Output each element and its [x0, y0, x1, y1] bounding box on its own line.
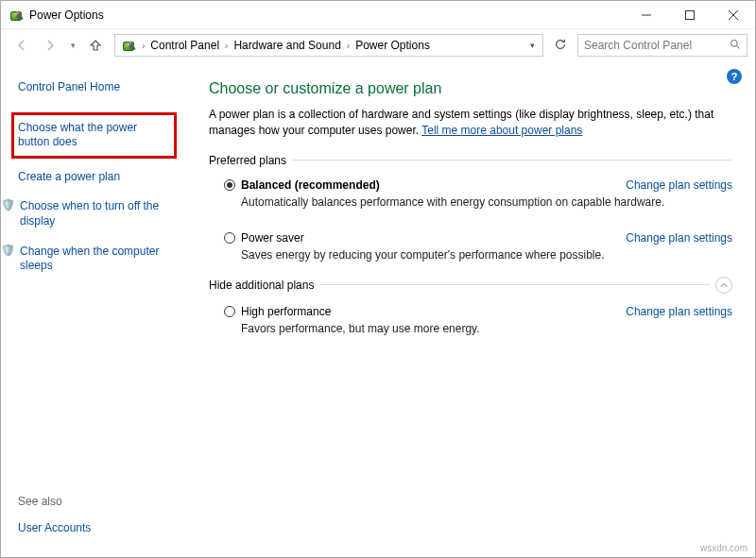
breadcrumb-control-panel[interactable]: Control Panel: [146, 39, 223, 52]
sidebar-turn-off-display-label: Choose when to turn off the display: [20, 195, 182, 232]
hide-additional-header: Hide additional plans: [209, 277, 732, 294]
plan-high-performance-change-settings[interactable]: Change plan settings: [626, 305, 732, 318]
back-button[interactable]: [9, 32, 35, 59]
sidebar: Control Panel Home Choose what the power…: [1, 61, 190, 557]
shield-icon: 🛡️: [1, 198, 14, 211]
plan-balanced-change-settings[interactable]: Change plan settings: [626, 178, 732, 192]
window-title: Power Options: [29, 8, 104, 22]
power-options-icon: [9, 8, 24, 23]
sidebar-see-also: See also User Accounts: [18, 495, 96, 540]
plan-balanced: Balanced (recommended) Change plan setti…: [209, 171, 732, 216]
sidebar-control-panel-home[interactable]: Control Panel Home: [18, 76, 190, 99]
breadcrumb-hardware-sound[interactable]: Hardware and Sound: [230, 39, 344, 52]
svg-rect-1: [686, 10, 695, 19]
plan-balanced-name[interactable]: Balanced (recommended): [241, 178, 380, 192]
forward-button[interactable]: [37, 32, 63, 59]
titlebar: Power Options: [1, 1, 755, 29]
page-heading: Choose or customize a power plan: [209, 80, 732, 97]
sidebar-choose-power-button[interactable]: Choose what the power button does: [11, 112, 177, 159]
up-button[interactable]: [82, 32, 109, 59]
plan-high-performance-desc: Favors performance, but may use more ene…: [241, 322, 732, 335]
search-placeholder: Search Control Panel: [584, 39, 730, 52]
preferred-plans-header: Preferred plans: [209, 154, 732, 167]
sidebar-create-power-plan[interactable]: Create a power plan: [18, 166, 190, 189]
breadcrumb-power-options[interactable]: Power Options: [352, 39, 434, 52]
plan-balanced-radio[interactable]: [224, 179, 235, 191]
plan-power-saver-radio[interactable]: [224, 232, 235, 244]
chevron-right-icon[interactable]: ›: [345, 41, 352, 51]
svg-line-5: [737, 45, 740, 48]
sidebar-computer-sleeps-label: Change when the computer sleeps: [20, 241, 182, 278]
chevron-right-icon[interactable]: ›: [223, 41, 230, 51]
search-input[interactable]: Search Control Panel: [577, 34, 747, 57]
main-panel: ? Choose or customize a power plan A pow…: [190, 61, 755, 557]
chevron-right-icon[interactable]: ›: [140, 41, 146, 51]
sidebar-turn-off-display[interactable]: 🛡️ Choose when to turn off the display: [1, 195, 190, 232]
address-bar: ▾ › Control Panel › Hardware and Sound ›…: [1, 29, 755, 61]
watermark: wsxdn.com: [700, 543, 747, 553]
svg-point-4: [731, 40, 738, 46]
sidebar-user-accounts[interactable]: User Accounts: [18, 517, 96, 540]
breadcrumb[interactable]: › Control Panel › Hardware and Sound › P…: [114, 34, 543, 57]
maximize-button[interactable]: [668, 1, 712, 28]
close-button[interactable]: [712, 1, 755, 28]
sidebar-computer-sleeps[interactable]: 🛡️ Change when the computer sleeps: [1, 241, 190, 278]
plan-power-saver-change-settings[interactable]: Change plan settings: [626, 231, 732, 245]
content-area: Control Panel Home Choose what the power…: [1, 61, 755, 557]
plan-balanced-desc: Automatically balances performance with …: [241, 195, 732, 209]
help-icon[interactable]: ?: [727, 69, 742, 84]
plan-power-saver-desc: Saves energy by reducing your computer's…: [241, 248, 732, 262]
plan-high-performance: High performance Change plan settings Fa…: [209, 297, 732, 343]
minimize-button[interactable]: [625, 1, 668, 28]
power-options-icon: [121, 38, 136, 53]
recent-dropdown[interactable]: ▾: [65, 32, 80, 59]
plan-high-performance-name[interactable]: High performance: [241, 305, 331, 318]
window-controls: [625, 1, 755, 28]
shield-icon: 🛡️: [1, 244, 14, 257]
plan-high-performance-radio[interactable]: [224, 306, 235, 317]
breadcrumb-dropdown[interactable]: ▾: [524, 41, 541, 50]
page-description: A power plan is a collection of hardware…: [209, 107, 732, 139]
learn-more-link[interactable]: Tell me more about power plans: [421, 124, 582, 137]
refresh-button[interactable]: [549, 38, 572, 54]
collapse-additional-button[interactable]: [715, 277, 732, 294]
search-icon[interactable]: [730, 39, 741, 53]
preferred-plans-label: Preferred plans: [209, 154, 286, 167]
hide-additional-label: Hide additional plans: [209, 279, 314, 292]
plan-power-saver: Power saver Change plan settings Saves e…: [209, 224, 732, 269]
see-also-label: See also: [18, 495, 96, 508]
plan-power-saver-name[interactable]: Power saver: [241, 231, 304, 245]
